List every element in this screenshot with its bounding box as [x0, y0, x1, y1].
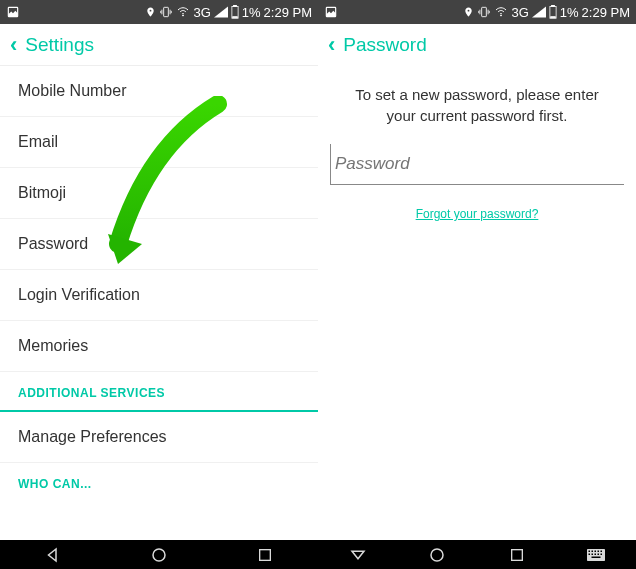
nav-home-button[interactable] [417, 546, 457, 564]
signal-icon [532, 6, 546, 18]
page-title: Password [343, 34, 426, 56]
settings-header: ‹ Settings [0, 24, 318, 66]
svg-rect-27 [592, 556, 601, 558]
status-bar-right: 3G 1% 2:29 PM [318, 0, 636, 24]
clock-time: 2:29 PM [264, 5, 312, 20]
page-title: Settings [25, 34, 94, 56]
svg-point-2 [183, 15, 184, 16]
nav-recent-button[interactable] [497, 547, 537, 563]
network-label: 3G [511, 5, 528, 20]
settings-item-password[interactable]: Password [0, 219, 318, 270]
svg-rect-18 [592, 550, 594, 552]
password-header: ‹ Password [318, 24, 636, 66]
settings-item-manage-preferences[interactable]: Manage Preferences [0, 412, 318, 463]
svg-rect-23 [592, 553, 594, 555]
svg-rect-10 [551, 5, 554, 7]
status-bar-left: 3G 1% 2:29 PM [0, 0, 318, 24]
location-icon [145, 5, 156, 19]
svg-rect-7 [482, 7, 487, 16]
forgot-password-link[interactable]: Forgot your password? [318, 207, 636, 221]
section-who-can: WHO CAN... [0, 463, 318, 493]
settings-item-email[interactable]: Email [0, 117, 318, 168]
settings-item-mobile-number[interactable]: Mobile Number [0, 66, 318, 117]
back-button[interactable]: ‹ [10, 32, 17, 58]
svg-rect-17 [589, 550, 591, 552]
svg-rect-11 [550, 17, 555, 18]
nav-home-button[interactable] [139, 546, 179, 564]
svg-point-12 [153, 549, 165, 561]
nav-back-button-ime[interactable] [338, 546, 378, 564]
svg-rect-25 [598, 553, 600, 555]
svg-rect-22 [589, 553, 591, 555]
screenshot-icon [6, 5, 20, 19]
svg-rect-1 [164, 7, 169, 16]
wifi-icon [494, 6, 508, 18]
svg-point-8 [501, 15, 502, 16]
battery-icon [549, 5, 557, 19]
network-label: 3G [193, 5, 210, 20]
settings-item-login-verification[interactable]: Login Verification [0, 270, 318, 321]
svg-rect-19 [595, 550, 597, 552]
svg-rect-15 [511, 549, 522, 560]
battery-pct: 1% [560, 5, 579, 20]
clock-time: 2:29 PM [582, 5, 630, 20]
password-screen: 3G 1% 2:29 PM ‹ Password To set a new pa… [318, 0, 636, 540]
svg-rect-21 [601, 550, 603, 552]
svg-rect-13 [260, 549, 271, 560]
signal-icon [214, 6, 228, 18]
settings-item-bitmoji[interactable]: Bitmoji [0, 168, 318, 219]
instruction-text: To set a new password, please enter your… [318, 66, 636, 144]
password-input[interactable] [330, 144, 624, 185]
svg-rect-26 [601, 553, 603, 555]
svg-point-14 [431, 549, 443, 561]
back-button[interactable]: ‹ [328, 32, 335, 58]
nav-keyboard-icon[interactable] [576, 548, 616, 562]
settings-item-memories[interactable]: Memories [0, 321, 318, 372]
svg-rect-4 [233, 5, 236, 7]
vibrate-icon [477, 5, 491, 19]
svg-rect-20 [598, 550, 600, 552]
settings-screen: 3G 1% 2:29 PM ‹ Settings Mobile Number E… [0, 0, 318, 540]
nav-back-button[interactable] [33, 546, 73, 564]
vibrate-icon [159, 5, 173, 19]
svg-rect-5 [232, 17, 237, 18]
android-nav-bar [0, 540, 636, 569]
svg-rect-24 [595, 553, 597, 555]
wifi-icon [176, 6, 190, 18]
nav-recent-button[interactable] [245, 547, 285, 563]
battery-icon [231, 5, 239, 19]
location-icon [463, 5, 474, 19]
screenshot-icon [324, 5, 338, 19]
section-additional-services: ADDITIONAL SERVICES [0, 372, 318, 412]
battery-pct: 1% [242, 5, 261, 20]
settings-list: Mobile Number Email Bitmoji Password Log… [0, 66, 318, 540]
